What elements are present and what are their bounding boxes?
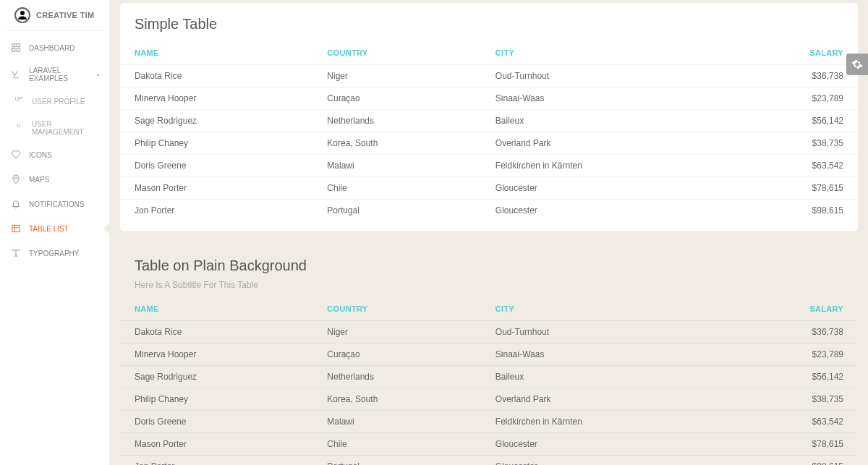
card-subtitle: Here Is A Subtitle For This Table <box>120 280 858 294</box>
cell-country: Netherlands <box>312 366 481 388</box>
brand-name: CREATIVE TIM <box>36 11 94 20</box>
table-row: Philip ChaneyKorea, SouthOverland Park$3… <box>120 388 858 411</box>
sidebar-item-maps[interactable]: MAPS <box>0 167 109 192</box>
cell-country: Korea, South <box>312 388 481 411</box>
sidebar-item-label: LARAVEL EXAMPLES <box>29 67 90 82</box>
plain-table-card: Table on Plain Background Here Is A Subt… <box>120 247 858 465</box>
plain-table: NAME COUNTRY CITY SALARY Dakota RiceNige… <box>120 294 858 465</box>
sidebar-item-user-profile[interactable]: UP USER PROFILE <box>0 89 109 114</box>
sidebar-item-label: DASHBOARD <box>29 44 75 52</box>
gear-icon <box>851 59 863 70</box>
sidebar-item-label: USER MANAGEMENT <box>32 120 99 136</box>
main-content: Simple Table NAME COUNTRY CITY SALARY Da… <box>110 0 868 465</box>
sidebar-item-user-management[interactable]: U USER MANAGEMENT <box>0 114 109 142</box>
cell-name: Doris Greene <box>120 155 312 177</box>
table-row: Sage RodriguezNetherlandsBaileux$56,142 <box>120 366 858 388</box>
cell-salary: $38,735 <box>726 132 858 155</box>
cell-country: Niger <box>312 65 481 88</box>
card-title: Table on Plain Background <box>120 257 858 280</box>
cell-name: Mason Porter <box>120 177 312 200</box>
col-name[interactable]: NAME <box>120 38 312 65</box>
cell-city: Overland Park <box>481 388 726 411</box>
table-icon <box>10 223 22 234</box>
svg-rect-4 <box>17 48 20 51</box>
settings-button[interactable] <box>846 54 868 75</box>
col-country[interactable]: COUNTRY <box>312 38 481 65</box>
table-row: Mason PorterChileGloucester$78,615 <box>120 177 858 200</box>
cell-name: Philip Chaney <box>120 388 312 411</box>
sidebar-item-typography[interactable]: TYPOGRAPHY <box>0 241 109 265</box>
bell-icon <box>10 198 22 210</box>
cell-country: Curaçao <box>312 88 481 110</box>
cell-salary: $63,542 <box>726 155 858 177</box>
brand[interactable]: CREATIVE TIM <box>6 0 103 31</box>
sidebar-item-label: MAPS <box>29 176 49 184</box>
simple-table-card: Simple Table NAME COUNTRY CITY SALARY Da… <box>120 3 858 231</box>
svg-rect-2 <box>17 44 20 47</box>
sidebar-item-label: TYPOGRAPHY <box>29 249 79 257</box>
cell-country: Netherlands <box>312 110 481 132</box>
table-row: Dakota RiceNigerOud-Turnhout$36,738 <box>120 65 858 88</box>
sidebar-item-icons[interactable]: ICONS <box>0 142 109 167</box>
cell-salary: $98,615 <box>726 456 858 466</box>
cell-name: Minerva Hooper <box>120 88 312 110</box>
cell-name: Mason Porter <box>120 433 312 456</box>
svg-rect-6 <box>12 225 20 231</box>
cell-salary: $78,615 <box>726 177 858 200</box>
cell-name: Sage Rodriguez <box>120 110 312 132</box>
sidebar-item-laravel[interactable]: LARAVEL EXAMPLES ▪ <box>0 60 109 89</box>
prefix-icon: UP <box>13 95 25 107</box>
table-row: Doris GreeneMalawiFeldkirchen in Kärnten… <box>120 155 858 177</box>
sidebar-item-table-list[interactable]: TABLE LIST <box>0 216 109 241</box>
cell-salary: $38,735 <box>726 388 858 411</box>
cell-salary: $56,142 <box>726 366 858 388</box>
cell-city: Feldkirchen in Kärnten <box>481 411 726 433</box>
col-salary[interactable]: SALARY <box>726 38 858 65</box>
cell-country: Chile <box>312 433 481 456</box>
cell-salary: $63,542 <box>726 411 858 433</box>
cell-city: Oud-Turnhout <box>481 321 726 344</box>
svg-rect-1 <box>12 44 15 47</box>
simple-table: NAME COUNTRY CITY SALARY Dakota RiceNige… <box>120 38 858 221</box>
cell-name: Sage Rodriguez <box>120 366 312 388</box>
cell-country: Malawi <box>312 155 481 177</box>
col-country[interactable]: COUNTRY <box>312 294 481 321</box>
prefix-icon: U <box>13 122 25 134</box>
cell-salary: $56,142 <box>726 110 858 132</box>
cell-name: Doris Greene <box>120 411 312 433</box>
typography-icon <box>10 247 22 259</box>
cell-city: Gloucester <box>481 177 726 200</box>
svg-point-0 <box>20 11 25 15</box>
table-row: Sage RodriguezNetherlandsBaileux$56,142 <box>120 110 858 132</box>
dashboard-icon <box>10 42 22 54</box>
card-title: Simple Table <box>120 16 858 38</box>
col-salary[interactable]: SALARY <box>726 294 858 321</box>
cell-city: Gloucester <box>481 200 726 222</box>
cell-name: Jon Porter <box>120 456 312 466</box>
col-city[interactable]: CITY <box>481 294 726 321</box>
cell-name: Jon Porter <box>120 200 312 222</box>
cell-city: Gloucester <box>481 433 726 456</box>
sidebar-item-notifications[interactable]: NOTIFICATIONS <box>0 192 109 216</box>
cell-city: Oud-Turnhout <box>481 65 726 88</box>
table-row: Mason PorterChileGloucester$78,615 <box>120 433 858 456</box>
col-name[interactable]: NAME <box>120 294 312 321</box>
sidebar-item-dashboard[interactable]: DASHBOARD <box>0 35 109 60</box>
cell-city: Sinaai-Waas <box>481 88 726 110</box>
cell-city: Overland Park <box>481 132 726 155</box>
table-row: Dakota RiceNigerOud-Turnhout$36,738 <box>120 321 858 344</box>
sidebar: CREATIVE TIM DASHBOARD LARAVEL EXAMPLES … <box>0 0 110 465</box>
cell-salary: $98,615 <box>726 200 858 222</box>
table-row: Minerva HooperCuraçaoSinaai-Waas$23,789 <box>120 344 858 366</box>
cell-country: Portugal <box>312 200 481 222</box>
cell-salary: $36,738 <box>726 65 858 88</box>
cell-city: Sinaai-Waas <box>481 344 726 366</box>
cell-city: Baileux <box>481 110 726 132</box>
cell-country: Malawi <box>312 411 481 433</box>
cell-name: Minerva Hooper <box>120 344 312 366</box>
cell-name: Dakota Rice <box>120 65 312 88</box>
cell-country: Chile <box>312 177 481 200</box>
sidebar-item-label: TABLE LIST <box>29 225 69 233</box>
cell-city: Gloucester <box>481 456 726 466</box>
col-city[interactable]: CITY <box>481 38 726 65</box>
